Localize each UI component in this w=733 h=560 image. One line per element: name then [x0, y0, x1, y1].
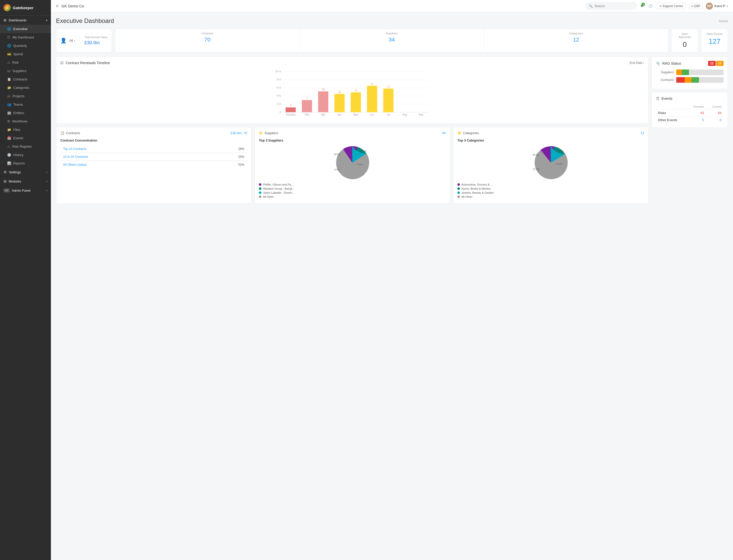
renewals-header: ☑ Contract Renewals Timeline End Date › — [60, 61, 644, 65]
sidebar-item-modules[interactable]: ⊞ Modules › — [0, 177, 51, 186]
hamburger-icon[interactable]: ≡ — [56, 4, 58, 8]
currency-selector[interactable]: ≡ GBP — [689, 3, 703, 9]
chevron-down-icon: ▾ — [46, 19, 47, 22]
company-chevron-icon: › — [85, 5, 86, 8]
events-title-text: Events — [661, 96, 672, 101]
risks-overdue: 43 — [687, 109, 706, 117]
sidebar-item-files[interactable]: 📁 Files — [0, 125, 51, 134]
rag-seg-grey — [699, 77, 724, 83]
renewals-title-text: Contract Renewals Timeline — [66, 61, 110, 65]
categories-folder-icon: 📁 — [457, 131, 461, 135]
rag-seg-red — [676, 77, 685, 83]
sidebar-item-projects[interactable]: 🗂 Projects — [0, 92, 51, 100]
all-filter-button[interactable]: All › — [69, 39, 75, 43]
legend-label: Automotive, Grocery & ... — [461, 183, 493, 186]
dashboard-grid: ☑ Contract Renewals Timeline End Date › … — [56, 57, 728, 204]
sidebar-item-history[interactable]: 🕐 History — [0, 151, 51, 159]
risk-icon: ⚠ — [7, 61, 10, 64]
events-header: 🗒 Events — [656, 96, 724, 101]
sidebar-item-label: Teams — [13, 103, 23, 106]
sidebar-item-settings[interactable]: ⚙ Settings › — [0, 167, 51, 177]
legend-label: All Other — [461, 195, 472, 198]
sidebar-item-risk[interactable]: ⚠ Risk — [0, 58, 51, 67]
sidebar-item-admin[interactable]: GK Admin Panel › — [0, 186, 51, 195]
sidebar-item-entities[interactable]: 🏢 Entities — [0, 109, 51, 117]
svg-text:2 m: 2 m — [277, 103, 281, 105]
sidebar-item-risk-register[interactable]: ⚠ Risk Register — [0, 142, 51, 151]
all-others-link[interactable]: All Others (value) — [61, 161, 196, 169]
risk-register-icon: ⚠ — [7, 145, 10, 148]
modules-icon: ⊞ — [4, 179, 7, 183]
sidebar-item-workflows[interactable]: ⚙ Workflows — [0, 117, 51, 125]
svg-text:10: 10 — [322, 88, 325, 91]
rag-suppliers-row: Suppliers — [656, 69, 724, 75]
sidebar-item-teams[interactable]: 👥 Teams — [0, 100, 51, 109]
summary-row: 👤 All › Total Annual Value £30.9m Contra… — [56, 29, 728, 52]
person-icon: 👤 — [60, 37, 67, 44]
sidebar: G Gatekeeper ⊞ Dashboards ▾ 🌐 Executive … — [0, 0, 51, 560]
svg-text:10: 10 — [338, 91, 341, 93]
rag-contracts-label: Contracts — [656, 78, 674, 82]
categories-metric-label: Categories — [488, 32, 664, 35]
events-doc-icon: 🗒 — [656, 96, 659, 101]
sidebar-item-label: Spend — [13, 52, 23, 56]
10to20-contracts-link[interactable]: 10 to 20 Contracts — [61, 153, 196, 161]
all-others-pct: 52% — [196, 161, 247, 169]
admin-icon: GK — [4, 188, 10, 192]
svg-text:Sep: Sep — [419, 113, 423, 116]
sidebar-item-my-dashboard[interactable]: 🗒 My Dashboard — [0, 33, 51, 41]
breadcrumb: Home — [719, 19, 728, 23]
sidebar-section-dashboards[interactable]: ⊞ Dashboards ▾ — [0, 16, 51, 25]
support-centre-button[interactable]: ≡ Support Centre — [657, 3, 686, 9]
bottom-row: 📋 Contracts £30.9m, 70 Contract Concentr… — [56, 127, 649, 204]
rag-seg-grey — [689, 69, 724, 75]
chevron-right-icon: › — [47, 180, 47, 183]
sidebar-logo[interactable]: G Gatekeeper — [0, 0, 51, 16]
search-bar[interactable]: 🔍 — [586, 3, 637, 9]
sidebar-item-suppliers[interactable]: 🗂 Suppliers — [0, 67, 51, 75]
page-content: Executive Dashboard Home 👤 All › Total A… — [51, 12, 733, 560]
rag-orange-badge: 15 — [716, 61, 724, 66]
legend-item: Pfeffer, Gibson and Pa... — [259, 183, 446, 186]
svg-text:Apr: Apr — [337, 113, 342, 116]
categories-legend: Automotive, Grocery & ... Home, Books & … — [457, 183, 644, 199]
sidebar-item-executive[interactable]: 🌐 Executive — [0, 25, 51, 33]
legend-item: All Other — [259, 195, 446, 198]
svg-text:Overdue: Overdue — [286, 113, 296, 116]
sidebar-item-events[interactable]: 📅 Events — [0, 134, 51, 142]
sidebar-item-categories[interactable]: 📁 Categories — [0, 83, 51, 92]
open-approvals-card: Open Approvals 0 — [671, 29, 698, 52]
sidebar-item-reports[interactable]: 📊 Reports — [0, 159, 51, 167]
legend-label: Home, Books & Movies — [461, 187, 490, 190]
company-selector[interactable]: GK Demo Co › — [61, 4, 86, 8]
sidebar-item-spend[interactable]: 💳 Spend — [0, 50, 51, 58]
globe-icon: 🌐 — [7, 27, 11, 31]
clock-button[interactable]: 🕐 — [647, 3, 654, 9]
svg-text:4 m: 4 m — [277, 94, 281, 97]
search-icon: 🔍 — [589, 4, 593, 8]
notification-badge: 1 — [641, 3, 645, 6]
legend-dot — [259, 195, 261, 198]
sidebar-item-quarterly[interactable]: 🌐 Quarterly — [0, 41, 51, 50]
sidebar-item-contracts[interactable]: 📋 Contracts — [0, 75, 51, 83]
total-annual-value: £30.9m — [84, 40, 107, 46]
sidebar-admin-label: Admin Panel — [12, 189, 31, 192]
svg-text:16.5%: 16.5% — [557, 150, 564, 152]
suppliers-icon: 🗂 — [7, 69, 10, 73]
user-menu[interactable]: KP Karol P › — [706, 3, 728, 10]
svg-text:8.8%: 8.8% — [334, 168, 340, 171]
rag-title: 📎 RAG Status — [656, 61, 681, 65]
notifications-button[interactable]: ✉ 1 — [640, 3, 644, 9]
projects-icon: 🗂 — [7, 94, 10, 98]
open-stats: Open Approvals 0 Open Events 127 — [671, 29, 728, 52]
top10-contracts-link[interactable]: Top 10 Contracts — [61, 145, 196, 153]
page-title: Executive Dashboard — [56, 17, 114, 24]
risks-label: Risks — [656, 109, 687, 117]
search-input[interactable] — [594, 4, 625, 8]
events-col-name — [656, 104, 687, 109]
total-annual-value-section: Total Annual Value £30.9m — [84, 36, 107, 46]
chevron-right-icon: › — [47, 189, 47, 192]
end-date-arrow-icon: › — [643, 61, 644, 65]
open-events-card: Open Events 127 — [701, 29, 728, 52]
end-date-button[interactable]: End Date › — [630, 61, 644, 65]
